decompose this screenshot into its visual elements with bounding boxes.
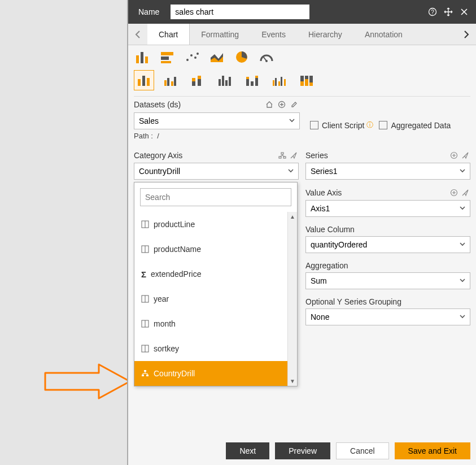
dropdown-search-input[interactable] xyxy=(140,188,291,206)
column-icon xyxy=(141,220,149,228)
bar-sub-7-icon[interactable] xyxy=(296,70,317,90)
aggregated-checkbox[interactable] xyxy=(379,121,387,129)
series-select[interactable]: Series1 xyxy=(305,163,470,180)
dropdown-item-productname[interactable]: productName xyxy=(134,237,297,262)
tab-scroll-left[interactable] xyxy=(128,24,147,45)
dropdown-item-productline[interactable]: productLine xyxy=(134,212,297,237)
bar-sub-1-icon[interactable] xyxy=(134,70,154,90)
svg-rect-15 xyxy=(142,76,145,86)
svg-rect-38 xyxy=(284,79,286,86)
svg-rect-24 xyxy=(198,76,201,79)
svg-point-9 xyxy=(190,54,193,57)
preview-button[interactable]: Preview xyxy=(275,442,330,459)
stacked-bar-icon[interactable] xyxy=(159,50,176,64)
svg-rect-22 xyxy=(192,78,195,81)
bar-sub-3-icon[interactable] xyxy=(188,70,208,90)
config-columns: Category Axis CountryDrill productLine xyxy=(128,144,476,329)
dropdown-item-year[interactable]: year xyxy=(134,286,297,311)
send-icon[interactable] xyxy=(289,150,299,160)
name-input[interactable] xyxy=(171,5,309,19)
titlebar: Name ? xyxy=(128,0,476,24)
name-label: Name xyxy=(138,7,159,16)
area-icon[interactable] xyxy=(208,50,225,64)
svg-rect-37 xyxy=(281,77,282,86)
tab-hierarchy[interactable]: Hierarchy xyxy=(297,24,353,45)
scroll-down-icon[interactable]: ▼ xyxy=(288,376,297,386)
add-icon[interactable] xyxy=(449,150,459,160)
move-icon[interactable] xyxy=(442,6,455,18)
close-icon[interactable] xyxy=(458,6,470,18)
client-script-label: Client Script xyxy=(322,121,364,130)
dataset-path: Path : / xyxy=(134,132,300,140)
chart-subtype-strip xyxy=(128,70,476,96)
bar-sub-4-icon[interactable] xyxy=(215,70,235,90)
dropdown-item-sortkey[interactable]: sortkey xyxy=(134,336,297,361)
aggregation-select[interactable]: Sum xyxy=(305,272,470,289)
category-axis-select[interactable]: CountryDrill xyxy=(134,163,299,180)
grouping-select[interactable]: None xyxy=(305,308,470,325)
cancel-button[interactable]: Cancel xyxy=(336,442,389,459)
dropdown-item-extendedprice[interactable]: Σ extendedPrice xyxy=(134,262,297,286)
svg-rect-7 xyxy=(161,61,171,63)
home-icon[interactable] xyxy=(264,99,275,110)
save-button[interactable]: Save and Exit xyxy=(395,442,470,459)
next-button[interactable]: Next xyxy=(226,442,269,459)
edit-icon[interactable] xyxy=(289,99,300,110)
value-axis-select[interactable]: Axis1 xyxy=(305,200,470,217)
add-icon[interactable] xyxy=(449,188,459,198)
column-icon xyxy=(141,295,149,303)
bar-sub-2-icon[interactable] xyxy=(161,70,181,90)
svg-rect-6 xyxy=(161,57,169,60)
add-icon[interactable] xyxy=(276,99,287,110)
annotation-arrow xyxy=(42,362,133,403)
chevron-down-icon xyxy=(458,167,466,176)
tab-scroll-right[interactable] xyxy=(457,24,476,45)
svg-rect-2 xyxy=(136,55,139,63)
tree-icon[interactable] xyxy=(277,150,287,160)
scroll-up-icon[interactable]: ▲ xyxy=(288,212,297,221)
svg-point-13 xyxy=(265,60,268,62)
send-icon[interactable] xyxy=(460,150,470,160)
column-icon xyxy=(141,320,149,328)
aggregation-label: Aggregation xyxy=(305,261,348,270)
aggregated-label: Aggregated Data xyxy=(391,121,451,130)
svg-rect-16 xyxy=(147,78,150,86)
tab-annotation[interactable]: Annotation xyxy=(353,24,414,45)
bar-chart-icon[interactable] xyxy=(134,50,151,64)
svg-rect-34 xyxy=(273,80,274,86)
svg-rect-61 xyxy=(146,375,149,376)
help-icon[interactable]: ? xyxy=(426,6,439,18)
svg-rect-28 xyxy=(229,77,231,86)
tab-formatting[interactable]: Formatting xyxy=(190,24,250,45)
bar-sub-5-icon[interactable] xyxy=(242,70,263,90)
svg-rect-48 xyxy=(283,157,286,158)
tab-events[interactable]: Events xyxy=(250,24,297,45)
category-axis-dropdown: productLine productName Σ extendedPrice … xyxy=(134,182,298,386)
info-icon[interactable]: ⓘ xyxy=(366,120,373,130)
sigma-icon: Σ xyxy=(141,270,146,279)
tab-chart[interactable]: Chart xyxy=(147,24,190,45)
svg-rect-35 xyxy=(275,78,277,86)
bar-sub-6-icon[interactable] xyxy=(269,70,290,90)
dropdown-scrollbar[interactable]: ▲ ▼ xyxy=(287,212,297,386)
dropdown-item-month[interactable]: month xyxy=(134,311,297,336)
svg-rect-42 xyxy=(305,79,308,86)
send-icon[interactable] xyxy=(460,188,470,198)
datasets-select[interactable]: Sales xyxy=(134,112,300,129)
svg-rect-4 xyxy=(145,57,148,63)
chevron-down-icon xyxy=(458,204,466,214)
svg-rect-25 xyxy=(219,79,221,86)
pie-icon[interactable] xyxy=(233,50,250,64)
dropdown-list: productLine productName Σ extendedPrice … xyxy=(134,212,297,386)
svg-rect-59 xyxy=(144,370,146,372)
svg-rect-29 xyxy=(246,79,249,86)
svg-rect-60 xyxy=(142,375,144,376)
datasets-label: Datasets (ds) xyxy=(134,100,181,109)
svg-rect-14 xyxy=(138,79,141,86)
scatter-icon[interactable] xyxy=(184,50,200,64)
gauge-icon[interactable] xyxy=(258,50,275,64)
client-script-checkbox[interactable] xyxy=(310,121,318,129)
value-column-select[interactable]: quantityOrdered xyxy=(305,236,470,253)
svg-rect-40 xyxy=(300,81,304,86)
dropdown-item-countrydrill[interactable]: CountryDrill xyxy=(134,361,297,386)
